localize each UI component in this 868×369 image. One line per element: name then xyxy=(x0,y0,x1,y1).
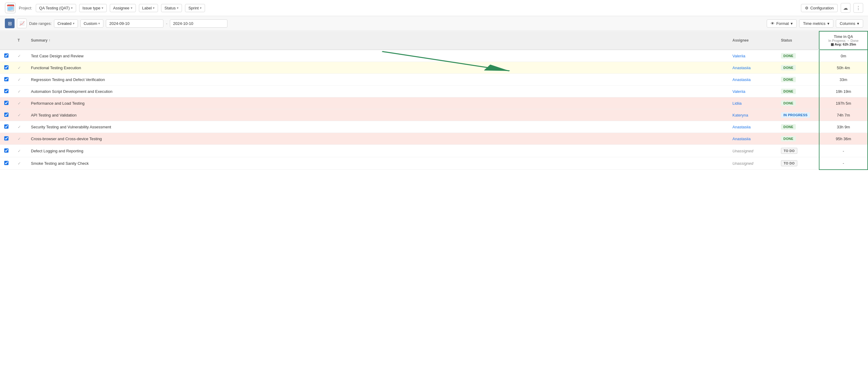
row-type-icon: ✓ xyxy=(13,86,27,97)
row-summary: Smoke Testing and Sanity Check xyxy=(27,157,728,170)
grid-icon: ⊞ xyxy=(8,21,12,26)
col-header-summary[interactable]: Summary ↑ xyxy=(27,31,728,50)
row-assignee[interactable]: Valeriia xyxy=(728,50,777,62)
chevron-down-icon: ▾ xyxy=(200,6,202,10)
table-container: T Summary ↑ Assignee Status Time in QA I… xyxy=(0,31,868,170)
time-header-avg: ▦ Avg: 62h 25m xyxy=(824,42,863,47)
custom-dropdown[interactable]: Custom ▾ xyxy=(81,20,104,28)
row-checkbox[interactable] xyxy=(4,101,8,105)
row-time-value: - xyxy=(819,145,868,157)
row-checkbox[interactable] xyxy=(4,53,8,58)
row-assignee[interactable]: Anastasiia xyxy=(728,62,777,74)
chevron-down-icon: ▾ xyxy=(131,6,132,10)
row-summary: Defect Logging and Reporting xyxy=(27,145,728,157)
cloud-icon: ☁ xyxy=(843,5,848,11)
row-checkbox[interactable] xyxy=(4,77,8,81)
row-assignee[interactable]: Anastasiia xyxy=(728,133,777,145)
date-separator: - xyxy=(166,21,167,26)
table-row: ✓Security Testing and Vulnerability Asse… xyxy=(0,121,868,133)
time-metrics-button[interactable]: Time metrics ▾ xyxy=(799,20,833,28)
row-type-icon: ✓ xyxy=(13,74,27,86)
table-row: ✓Cross-browser and Cross-device TestingA… xyxy=(0,133,868,145)
table-row: ✓Automation Script Development and Execu… xyxy=(0,86,868,97)
row-status: DONE xyxy=(777,86,819,97)
row-checkbox[interactable] xyxy=(4,124,8,129)
second-bar-right: 👁 Format ▾ Time metrics ▾ Columns ▾ xyxy=(767,20,863,28)
row-summary: Cross-browser and Cross-device Testing xyxy=(27,133,728,145)
row-checkbox[interactable] xyxy=(4,113,8,117)
chevron-down-icon: ▾ xyxy=(71,6,73,10)
table-row: ✓Test Case Design and ReviewValeriiaDONE… xyxy=(0,50,868,62)
row-summary: Test Case Design and Review xyxy=(27,50,728,62)
created-dropdown[interactable]: Created ▾ xyxy=(54,20,78,28)
bar-chart-icon: ▦ xyxy=(831,42,834,46)
label-dropdown[interactable]: Label ▾ xyxy=(139,4,158,12)
time-header-sub: In Progress → Done xyxy=(824,39,863,42)
row-summary: Performance and Load Testing xyxy=(27,97,728,109)
columns-button[interactable]: Columns ▾ xyxy=(836,20,863,28)
chevron-down-icon: ▾ xyxy=(790,21,793,26)
row-assignee[interactable]: Kateryna xyxy=(728,109,777,121)
row-checkbox[interactable] xyxy=(4,89,8,93)
date-from-input[interactable] xyxy=(106,20,163,28)
status-badge: IN PROGRESS xyxy=(781,112,810,118)
chevron-down-icon: ▾ xyxy=(98,22,100,26)
row-time-value: 19h 19m xyxy=(819,86,868,97)
row-assignee[interactable]: Valeriia xyxy=(728,86,777,97)
table-row: ✓Smoke Testing and Sanity CheckUnassigne… xyxy=(0,157,868,170)
row-assignee[interactable]: Anastasiia xyxy=(728,74,777,86)
row-assignee[interactable]: Lidiia xyxy=(728,97,777,109)
row-checkbox[interactable] xyxy=(4,136,8,141)
chevron-down-icon: ▾ xyxy=(177,6,179,10)
table-wrapper: T Summary ↑ Assignee Status Time in QA I… xyxy=(0,31,868,170)
row-type-icon: ✓ xyxy=(13,109,27,121)
row-time-value: - xyxy=(819,157,868,170)
row-status: TO DO xyxy=(777,145,819,157)
cloud-icon-button[interactable]: ☁ xyxy=(841,3,850,13)
table-row: ✓Defect Logging and ReportingUnassignedT… xyxy=(0,145,868,157)
status-badge: TO DO xyxy=(781,148,797,154)
issues-table: T Summary ↑ Assignee Status Time in QA I… xyxy=(0,31,868,170)
sprint-dropdown[interactable]: Sprint ▾ xyxy=(185,4,205,12)
chevron-down-icon: ▾ xyxy=(153,6,155,10)
status-dropdown[interactable]: Status ▾ xyxy=(161,4,182,12)
more-options-button[interactable]: ⋮ xyxy=(854,3,863,13)
col-header-status: Status xyxy=(777,31,819,50)
configuration-button[interactable]: ⚙ Configuration xyxy=(801,4,838,12)
row-time-value: 74h 7m xyxy=(819,109,868,121)
row-status: DONE xyxy=(777,97,819,109)
grid-view-button[interactable]: ⊞ xyxy=(5,19,14,28)
chart-view-button[interactable]: 📈 xyxy=(17,19,27,28)
date-to-input[interactable] xyxy=(170,20,227,28)
status-badge: DONE xyxy=(781,65,796,70)
row-assignee[interactable]: Anastasiia xyxy=(728,121,777,133)
row-assignee: Unassigned xyxy=(728,145,777,157)
col-header-type: T xyxy=(13,31,27,50)
project-dropdown[interactable]: QA Testing (QAT) ▾ xyxy=(36,4,76,12)
table-row: ✓Functional Testing ExecutionAnastasiiaD… xyxy=(0,62,868,74)
row-checkbox[interactable] xyxy=(4,161,8,165)
row-status: IN PROGRESS xyxy=(777,109,819,121)
row-summary: Automation Script Development and Execut… xyxy=(27,86,728,97)
row-status: DONE xyxy=(777,62,819,74)
row-checkbox[interactable] xyxy=(4,148,8,153)
format-button[interactable]: 👁 Format ▾ xyxy=(767,20,797,28)
row-summary: Functional Testing Execution xyxy=(27,62,728,74)
row-time-value: 50h 4m xyxy=(819,62,868,74)
col-header-assignee: Assignee xyxy=(728,31,777,50)
table-row: ✓API Testing and ValidationKaterynaIN PR… xyxy=(0,109,868,121)
issue-type-dropdown[interactable]: Issue type ▾ xyxy=(79,4,107,12)
table-header-row: T Summary ↑ Assignee Status Time in QA I… xyxy=(0,31,868,50)
assignee-dropdown[interactable]: Assignee ▾ xyxy=(110,4,135,12)
row-summary: Regression Testing and Defect Verificati… xyxy=(27,74,728,86)
date-ranges-label: Date ranges: xyxy=(29,21,52,26)
status-badge: TO DO xyxy=(781,160,797,166)
table-row: ✓Performance and Load TestingLidiiaDONE1… xyxy=(0,97,868,109)
row-type-icon: ✓ xyxy=(13,97,27,109)
row-type-icon: ✓ xyxy=(13,133,27,145)
app-logo: 🗓️ xyxy=(5,2,16,13)
row-summary: Security Testing and Vulnerability Asses… xyxy=(27,121,728,133)
row-checkbox[interactable] xyxy=(4,65,8,69)
status-badge: DONE xyxy=(781,77,796,82)
row-status: DONE xyxy=(777,133,819,145)
